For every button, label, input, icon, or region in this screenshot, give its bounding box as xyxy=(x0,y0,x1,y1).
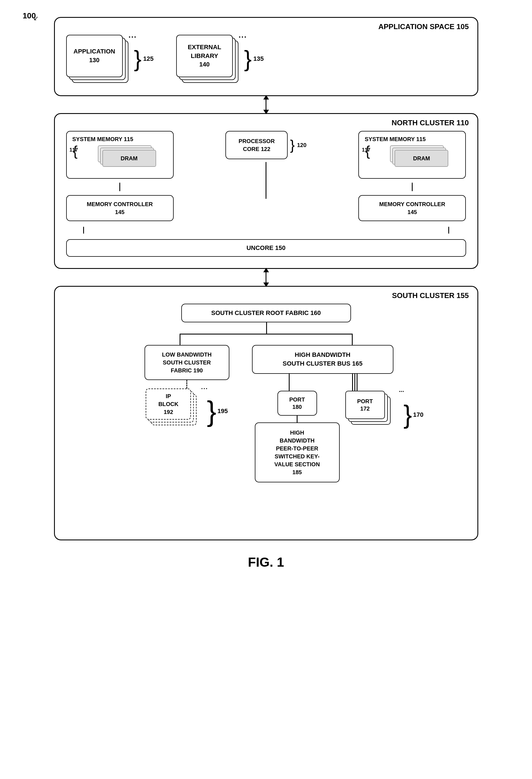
left-v-line-1 xyxy=(119,183,120,191)
center-v-line xyxy=(265,162,267,199)
north-cluster-box: NORTH CLUSTER 110 SYSTEM MEMORY 115 { 11… xyxy=(54,113,478,269)
port-172-front: PORT172 xyxy=(345,391,385,419)
arrow-app-north xyxy=(263,96,269,113)
library-stack: EXTERNALLIBRARY140 ··· xyxy=(176,35,238,83)
south-cluster-label: SOUTH CLUSTER 155 xyxy=(392,291,469,300)
root-v-line xyxy=(266,322,267,334)
low-bw-dashed-line xyxy=(186,380,187,388)
port-172-stack: PORT172 ··· xyxy=(345,391,399,439)
hb-right-triple2 xyxy=(352,382,363,391)
south-right-col: HIGH BANDWIDTHSOUTH CLUSTER BUS 165 xyxy=(252,345,394,482)
north-center: PROCESSORCORE 122 } 120 xyxy=(225,131,306,199)
brace-117-right-label: 117 xyxy=(362,147,370,153)
double-arrow-1 xyxy=(263,95,269,114)
port-brace: } xyxy=(404,408,412,421)
left-branch-v xyxy=(180,334,180,345)
north-top-row: SYSTEM MEMORY 115 { 117 DRAM xyxy=(66,131,466,221)
low-bw-box: LOW BANDWIDTHSOUTH CLUSTERFABRIC 190 xyxy=(144,345,229,380)
north-right-side: SYSTEM MEMORY 115 { 117 DRAM MEMOR xyxy=(358,131,466,221)
library-group: EXTERNALLIBRARY140 ··· } 135 xyxy=(176,35,263,83)
application-card-front: APPLICATION130 xyxy=(66,35,123,77)
south-two-col: LOW BANDWIDTHSOUTH CLUSTERFABRIC 190 IPB… xyxy=(139,345,394,482)
port-brace-label: 170 xyxy=(413,411,424,418)
brace-120-label: 120 xyxy=(297,142,306,148)
ip-brace: } xyxy=(207,404,216,418)
mem-ctrl-left-box: MEMORY CONTROLLER145 xyxy=(66,195,174,221)
library-card-front: EXTERNALLIBRARY140 xyxy=(176,35,233,77)
sys-mem-left-box: SYSTEM MEMORY 115 { 117 DRAM xyxy=(66,131,174,179)
lib-brace-group: } 135 xyxy=(244,51,263,67)
app-brace-group: } 125 xyxy=(134,51,154,67)
right-v-line-2 xyxy=(448,227,449,234)
root-h-line xyxy=(180,334,353,335)
app-brace-label: 125 xyxy=(143,55,154,62)
port-180-box: PORT180 xyxy=(278,391,317,416)
port-brace-group: } 170 xyxy=(404,408,424,421)
dram-stack-left: DRAM xyxy=(98,145,167,171)
ip-brace-group: } 195 xyxy=(207,404,228,418)
uncore-connectors xyxy=(66,227,466,234)
left-v-line-2 xyxy=(83,227,84,234)
arrow-line-1 xyxy=(265,100,267,110)
fig-100-arrow: ↙ xyxy=(34,15,39,22)
ip-card-front: IPBLOCK192 xyxy=(146,388,191,420)
mem-ctrl-right-box: MEMORY CONTROLLER145 xyxy=(358,195,466,221)
hb-left-v xyxy=(289,374,290,382)
application-stack: APPLICATION130 ··· xyxy=(66,35,128,83)
uncore-box: UNCORE 150 xyxy=(66,239,466,257)
port-peer-col: PORT180 HIGHBANDWIDTHPEER-TO-PEERSWITCHE… xyxy=(255,391,340,482)
brace-120: } xyxy=(290,142,295,149)
hb-lower: PORT180 HIGHBANDWIDTHPEER-TO-PEERSWITCHE… xyxy=(255,391,391,482)
arrow-line-2 xyxy=(265,272,267,283)
sys-mem-left-label: SYSTEM MEMORY 115 xyxy=(72,136,167,142)
processor-box: PROCESSORCORE 122 xyxy=(225,131,288,159)
sys-mem-right-label: SYSTEM MEMORY 115 xyxy=(365,136,460,142)
north-cluster-label: NORTH CLUSTER 110 xyxy=(392,118,469,127)
lib-dots: ··· xyxy=(239,33,247,42)
port-peer-v-line xyxy=(297,416,298,422)
north-left-side: SYSTEM MEMORY 115 { 117 DRAM xyxy=(66,131,174,221)
application-group: APPLICATION130 ··· } 125 xyxy=(66,35,154,83)
right-branch-v xyxy=(352,334,353,345)
hb-peer-box: HIGHBANDWIDTHPEER-TO-PEERSWITCHED KEY-VA… xyxy=(255,422,340,482)
high-bw-box: HIGH BANDWIDTHSOUTH CLUSTER BUS 165 xyxy=(252,345,394,374)
hb-right-triple xyxy=(352,374,363,382)
south-left-col: LOW BANDWIDTHSOUTH CLUSTERFABRIC 190 IPB… xyxy=(139,345,235,434)
dram-stack-right: DRAM xyxy=(390,145,460,171)
app-space-box: APPLICATION SPACE 105 APPLICATION130 ···… xyxy=(54,17,478,96)
app-space-label: APPLICATION SPACE 105 xyxy=(378,22,469,31)
right-v-line-1 xyxy=(412,183,413,191)
high-bw-branches xyxy=(255,374,391,391)
south-cluster-box: SOUTH CLUSTER 155 SOUTH CLUSTER ROOT FAB… xyxy=(54,286,478,540)
brace-117-left-label: 117 xyxy=(70,147,78,153)
port-stack-group: PORT172 ··· } 170 xyxy=(345,391,424,439)
arrow-north-south xyxy=(263,269,269,286)
hb-left-v2 xyxy=(289,382,290,391)
ip-block-row: IPBLOCK192 ··· } 195 xyxy=(146,388,228,434)
ip-stack: IPBLOCK192 ··· xyxy=(146,388,202,434)
lib-brace-label: 135 xyxy=(253,55,264,62)
dram-card-left-front: DRAM xyxy=(102,150,156,167)
ip-brace-label: 195 xyxy=(218,408,228,415)
sys-mem-right-box: SYSTEM MEMORY 115 { 117 DRAM xyxy=(358,131,466,179)
root-fabric-box: SOUTH CLUSTER ROOT FABRIC 160 xyxy=(181,304,351,322)
ip-dots: ··· xyxy=(201,385,208,393)
port-dots: ··· xyxy=(399,388,404,395)
app-dots: ··· xyxy=(128,33,137,42)
branch-lines xyxy=(139,322,394,345)
root-fabric-label: SOUTH CLUSTER ROOT FABRIC 160 xyxy=(211,309,321,316)
double-arrow-2 xyxy=(263,268,269,287)
dram-card-right-front: DRAM xyxy=(395,150,448,167)
fig-caption: FIG. 1 xyxy=(248,554,284,570)
